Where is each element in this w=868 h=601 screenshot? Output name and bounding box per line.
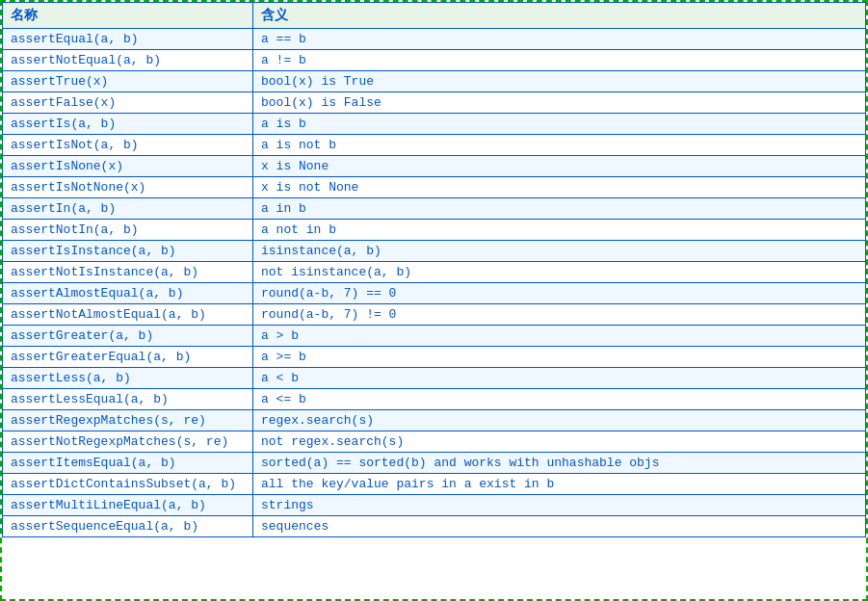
method-name: assertIsNotNone(x) — [3, 177, 253, 198]
method-meaning: bool(x) is True — [253, 71, 866, 92]
table-row: assertIn(a, b)a in b — [3, 198, 866, 220]
method-name: assertIs(a, b) — [3, 114, 253, 135]
method-meaning: not isinstance(a, b) — [253, 262, 866, 283]
method-name: assertIsInstance(a, b) — [3, 241, 253, 262]
col1-header: 名称 — [3, 3, 253, 29]
table-row: assertLessEqual(a, b)a <= b — [3, 389, 866, 410]
table-row: assertNotAlmostEqual(a, b)round(a-b, 7) … — [3, 304, 866, 326]
assert-methods-table: 名称 含义 assertEqual(a, b)a == bassertNotEq… — [2, 2, 866, 537]
method-meaning: x is None — [253, 156, 866, 177]
table-row: assertMultiLineEqual(a, b)strings — [3, 495, 866, 516]
method-meaning: regex.search(s) — [253, 410, 866, 431]
table-row: assertLess(a, b)a < b — [3, 368, 866, 389]
table-row: assertIsNone(x)x is None — [3, 156, 866, 177]
table-row: assertRegexpMatches(s, re)regex.search(s… — [3, 410, 866, 431]
method-meaning: sequences — [253, 516, 866, 537]
method-name: assertLess(a, b) — [3, 368, 253, 389]
table-row: assertTrue(x)bool(x) is True — [3, 71, 866, 92]
method-meaning: a > b — [253, 326, 866, 347]
method-meaning: a in b — [253, 198, 866, 220]
col2-header: 含义 — [253, 3, 866, 29]
method-name: assertLessEqual(a, b) — [3, 389, 253, 410]
table-row: assertEqual(a, b)a == b — [3, 29, 866, 50]
table-row: assertIs(a, b)a is b — [3, 114, 866, 135]
table-row: assertIsNot(a, b)a is not b — [3, 135, 866, 156]
table-row: assertIsInstance(a, b)isinstance(a, b) — [3, 241, 866, 262]
method-name: assertGreater(a, b) — [3, 326, 253, 347]
method-meaning: strings — [253, 495, 866, 516]
method-name: assertNotEqual(a, b) — [3, 50, 253, 71]
method-meaning: not regex.search(s) — [253, 431, 866, 453]
table-row: assertSequenceEqual(a, b)sequences — [3, 516, 866, 537]
method-name: assertIn(a, b) — [3, 198, 253, 220]
main-container: 名称 含义 assertEqual(a, b)a == bassertNotEq… — [0, 0, 868, 601]
method-name: assertSequenceEqual(a, b) — [3, 516, 253, 537]
method-meaning: a <= b — [253, 389, 866, 410]
method-meaning: a is b — [253, 114, 866, 135]
table-row: assertGreaterEqual(a, b)a >= b — [3, 347, 866, 368]
method-name: assertNotAlmostEqual(a, b) — [3, 304, 253, 326]
method-name: assertNotIsInstance(a, b) — [3, 262, 253, 283]
method-name: assertMultiLineEqual(a, b) — [3, 495, 253, 516]
method-meaning: sorted(a) == sorted(b) and works with un… — [253, 453, 866, 474]
method-meaning: a >= b — [253, 347, 866, 368]
table-row: assertDictContainsSubset(a, b)all the ke… — [3, 474, 866, 495]
method-meaning: a < b — [253, 368, 866, 389]
method-name: assertEqual(a, b) — [3, 29, 253, 50]
method-name: assertGreaterEqual(a, b) — [3, 347, 253, 368]
method-meaning: a != b — [253, 50, 866, 71]
method-meaning: a == b — [253, 29, 866, 50]
table-row: assertGreater(a, b)a > b — [3, 326, 866, 347]
table-row: assertNotEqual(a, b)a != b — [3, 50, 866, 71]
method-name: assertFalse(x) — [3, 92, 253, 114]
method-name: assertRegexpMatches(s, re) — [3, 410, 253, 431]
method-name: assertNotRegexpMatches(s, re) — [3, 431, 253, 453]
method-meaning: a is not b — [253, 135, 866, 156]
table-row: assertFalse(x)bool(x) is False — [3, 92, 866, 114]
method-name: assertAlmostEqual(a, b) — [3, 283, 253, 304]
table-row: assertAlmostEqual(a, b)round(a-b, 7) == … — [3, 283, 866, 304]
method-meaning: all the key/value pairs in a exist in b — [253, 474, 866, 495]
method-name: assertDictContainsSubset(a, b) — [3, 474, 253, 495]
method-name: assertNotIn(a, b) — [3, 220, 253, 241]
method-name: assertIsNot(a, b) — [3, 135, 253, 156]
table-row: assertItemsEqual(a, b)sorted(a) == sorte… — [3, 453, 866, 474]
method-meaning: isinstance(a, b) — [253, 241, 866, 262]
method-meaning: a not in b — [253, 220, 866, 241]
table-row: assertNotIsInstance(a, b)not isinstance(… — [3, 262, 866, 283]
method-meaning: round(a-b, 7) != 0 — [253, 304, 866, 326]
method-meaning: round(a-b, 7) == 0 — [253, 283, 866, 304]
table-row: assertNotRegexpMatches(s, re)not regex.s… — [3, 431, 866, 453]
table-row: assertIsNotNone(x)x is not None — [3, 177, 866, 198]
method-meaning: x is not None — [253, 177, 866, 198]
method-name: assertIsNone(x) — [3, 156, 253, 177]
table-row: assertNotIn(a, b)a not in b — [3, 220, 866, 241]
method-name: assertTrue(x) — [3, 71, 253, 92]
method-meaning: bool(x) is False — [253, 92, 866, 114]
method-name: assertItemsEqual(a, b) — [3, 453, 253, 474]
